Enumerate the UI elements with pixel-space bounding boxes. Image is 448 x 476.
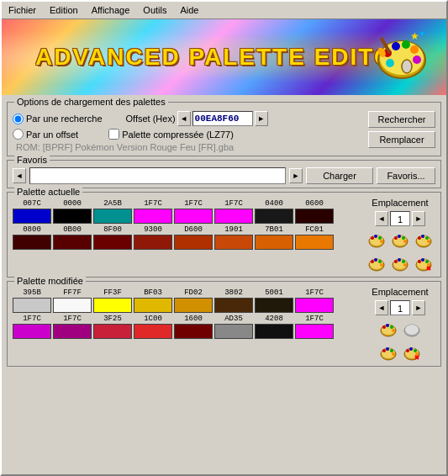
modified-palette-title: Palette modifiée — [14, 276, 86, 286]
color-swatch[interactable] — [255, 298, 293, 313]
color-swatch[interactable] — [134, 235, 172, 250]
color-cell: 0B00 — [53, 225, 92, 250]
color-swatch[interactable] — [53, 298, 92, 313]
emplacement-next-modified[interactable]: ► — [412, 300, 425, 315]
radio-search-label[interactable]: Par une recherche — [13, 114, 103, 124]
svg-point-34 — [374, 258, 377, 262]
color-swatch[interactable] — [214, 209, 253, 224]
svg-point-29 — [425, 236, 429, 240]
fav-next-btn[interactable]: ► — [289, 168, 303, 183]
icon-action1[interactable] — [366, 253, 387, 273]
color-swatch[interactable] — [13, 209, 51, 224]
fav-button[interactable]: Favoris... — [377, 167, 435, 184]
color-swatch[interactable] — [295, 209, 334, 224]
main-window: Fichier Edition Affichage Outils Aide Ad… — [0, 0, 448, 476]
svg-point-5 — [410, 45, 419, 54]
search-button[interactable]: Rechercher — [368, 111, 435, 128]
emplacement-prev-current[interactable]: ◄ — [375, 211, 388, 226]
icon-mod-action[interactable] — [377, 342, 399, 362]
svg-point-8 — [402, 60, 412, 73]
color-cell: 8F00 — [93, 225, 132, 250]
color-swatch[interactable] — [13, 235, 51, 250]
replace-button[interactable]: Remplacer — [368, 131, 435, 148]
modified-palette-row-2: 1F7C 1F7C 3F25 1C00 — [13, 315, 360, 339]
menu-edition[interactable]: Edition — [46, 3, 82, 17]
app-title: Advanced Palette Editor — [35, 44, 413, 71]
emplacement-num-modified: 1 — [390, 300, 410, 315]
current-palette-section: Palette actuelle 007C 0000 2A5B — [7, 192, 441, 278]
svg-point-24 — [403, 240, 407, 243]
color-cell: FF3F — [93, 288, 132, 313]
fav-input[interactable] — [29, 167, 286, 184]
color-swatch[interactable] — [295, 298, 334, 313]
svg-point-35 — [378, 260, 382, 263]
color-swatch[interactable] — [214, 235, 253, 250]
color-swatch[interactable] — [174, 235, 213, 250]
color-swatch[interactable] — [93, 298, 132, 313]
color-swatch[interactable] — [174, 298, 213, 313]
color-swatch[interactable] — [134, 298, 172, 313]
color-swatch[interactable] — [214, 324, 253, 339]
color-swatch[interactable] — [174, 209, 213, 224]
icon-mod-blank[interactable] — [401, 319, 423, 339]
emplacement-prev-modified[interactable]: ◄ — [375, 300, 388, 315]
color-cell: 007C — [13, 199, 51, 224]
emplacement-nav-current: ◄ 1 ► — [375, 211, 425, 226]
offset-next-btn[interactable]: ► — [255, 111, 268, 126]
svg-point-3 — [392, 42, 400, 50]
fav-prev-btn[interactable]: ◄ — [13, 168, 26, 183]
color-swatch[interactable] — [53, 209, 92, 224]
color-cell: 0400 — [255, 199, 293, 224]
menu-affichage[interactable]: Affichage — [88, 3, 134, 17]
svg-point-54 — [386, 324, 389, 327]
color-cell: 9300 — [134, 225, 172, 250]
color-swatch[interactable] — [53, 235, 92, 250]
color-swatch[interactable] — [93, 209, 132, 224]
icon-action2[interactable] — [389, 253, 411, 273]
modified-palette-row-1: 395B FF7F FF3F BF03 — [13, 288, 360, 313]
load-fav-button[interactable]: Charger — [306, 167, 373, 184]
color-swatch[interactable] — [255, 324, 293, 339]
color-swatch[interactable] — [255, 235, 293, 250]
svg-point-17 — [378, 236, 382, 240]
svg-point-46 — [421, 258, 424, 262]
emplacement-next-current[interactable]: ► — [412, 211, 425, 226]
radio-search[interactable] — [13, 114, 24, 124]
compressed-checkbox[interactable] — [108, 129, 119, 140]
icon-copy2[interactable] — [389, 230, 411, 250]
color-swatch[interactable] — [295, 324, 334, 339]
color-swatch[interactable] — [295, 235, 334, 250]
color-swatch[interactable] — [93, 235, 132, 250]
color-swatch[interactable] — [13, 298, 51, 313]
color-swatch[interactable] — [255, 209, 293, 224]
modified-palette-section: Palette modifiée 395B FF7F FF3F — [7, 281, 441, 367]
color-swatch[interactable] — [93, 324, 132, 339]
color-cell: 3F25 — [93, 315, 132, 339]
svg-point-47 — [425, 260, 429, 263]
color-cell: 1F7C — [134, 199, 172, 224]
menu-fichier[interactable]: Fichier — [5, 3, 40, 17]
icon-delete[interactable] — [413, 253, 435, 273]
menu-aide[interactable]: Aide — [177, 3, 202, 17]
offset-prev-btn[interactable]: ◄ — [177, 111, 191, 126]
offset-input[interactable] — [192, 111, 253, 126]
icon-copy1[interactable] — [366, 230, 387, 250]
color-swatch[interactable] — [134, 324, 172, 339]
svg-point-64 — [392, 352, 395, 356]
color-swatch[interactable] — [214, 298, 253, 313]
color-swatch[interactable] — [53, 324, 92, 339]
radio-offset[interactable] — [13, 129, 24, 140]
color-swatch[interactable] — [174, 324, 213, 339]
color-swatch[interactable] — [13, 324, 51, 339]
radio-offset-label[interactable]: Par un offset — [13, 129, 78, 140]
color-swatch[interactable] — [134, 209, 172, 224]
svg-point-63 — [390, 349, 393, 352]
palette-icon: ★ ★ — [375, 28, 430, 82]
menu-outils[interactable]: Outils — [140, 3, 170, 17]
header-banner: Advanced Palette Editor ★ ★ — [2, 19, 446, 95]
icon-copy3[interactable] — [413, 230, 435, 250]
icon-mod-copy1[interactable] — [377, 319, 399, 339]
icon-mod-delete[interactable] — [401, 342, 423, 362]
svg-point-28 — [421, 235, 424, 238]
svg-point-67 — [406, 349, 409, 352]
